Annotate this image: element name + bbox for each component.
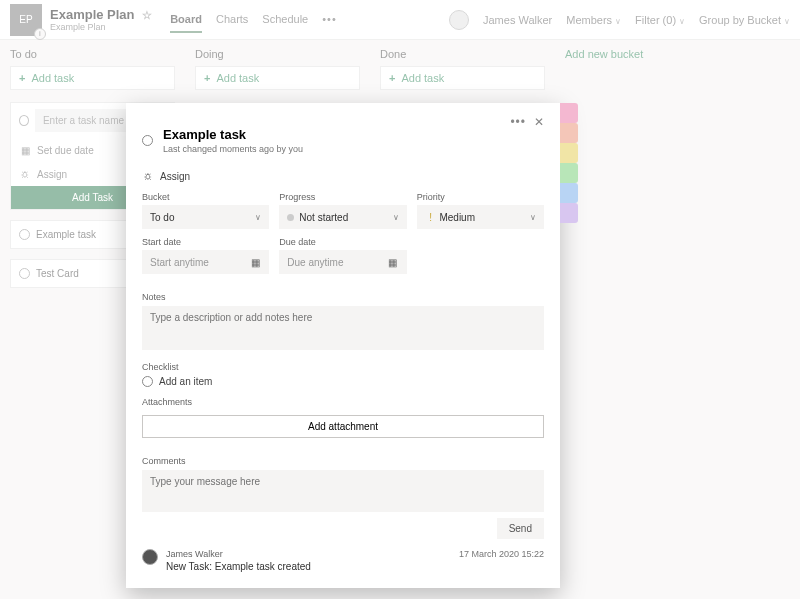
due-date-label: Due date [279,237,406,247]
due-date-input[interactable]: Due anytime ▦ [279,250,406,274]
person-icon: ⛭ [142,170,154,182]
task-detail-dialog: ••• ✕ Example task Last changed moments … [126,103,560,588]
start-date-label: Start date [142,237,269,247]
bucket-select[interactable]: To do ∨ [142,205,269,229]
chevron-down-icon: ∨ [255,213,261,222]
label-yellow[interactable] [560,143,578,163]
bucket-label: Bucket [142,192,269,202]
assign-button[interactable]: ⛭ Assign [142,170,544,182]
label-pink[interactable] [560,103,578,123]
calendar-icon: ▦ [249,256,261,268]
priority-icon: ! [425,211,437,223]
task-title[interactable]: Example task [163,127,303,142]
checklist-add-item[interactable]: Add an item [142,376,544,387]
activity-avatar [142,549,158,565]
priority-select[interactable]: ! Medium ∨ [417,205,544,229]
checklist-label: Checklist [142,362,544,372]
label-blue[interactable] [560,183,578,203]
activity-timestamp: 17 March 2020 15:22 [459,549,544,559]
label-purple[interactable] [560,203,578,223]
chevron-down-icon: ∨ [530,213,536,222]
notes-label: Notes [142,292,544,302]
progress-select[interactable]: Not started ∨ [279,205,406,229]
complete-circle-icon[interactable] [142,135,153,146]
progress-label: Progress [279,192,406,202]
add-attachment-button[interactable]: Add attachment [142,415,544,438]
comment-textarea[interactable] [142,470,544,512]
circle-icon [142,376,153,387]
notes-textarea[interactable] [142,306,544,350]
priority-label: Priority [417,192,544,202]
activity-user: James Walker [166,549,311,559]
label-color-tabs [560,103,578,223]
chevron-down-icon: ∨ [393,213,399,222]
label-green[interactable] [560,163,578,183]
activity-text: New Task: Example task created [166,561,311,572]
last-changed-label: Last changed moments ago by you [163,144,303,154]
comments-label: Comments [142,456,544,466]
calendar-icon: ▦ [387,256,399,268]
attachments-label: Attachments [142,397,544,407]
start-date-input[interactable]: Start anytime ▦ [142,250,269,274]
label-peach[interactable] [560,123,578,143]
send-button[interactable]: Send [497,518,544,539]
